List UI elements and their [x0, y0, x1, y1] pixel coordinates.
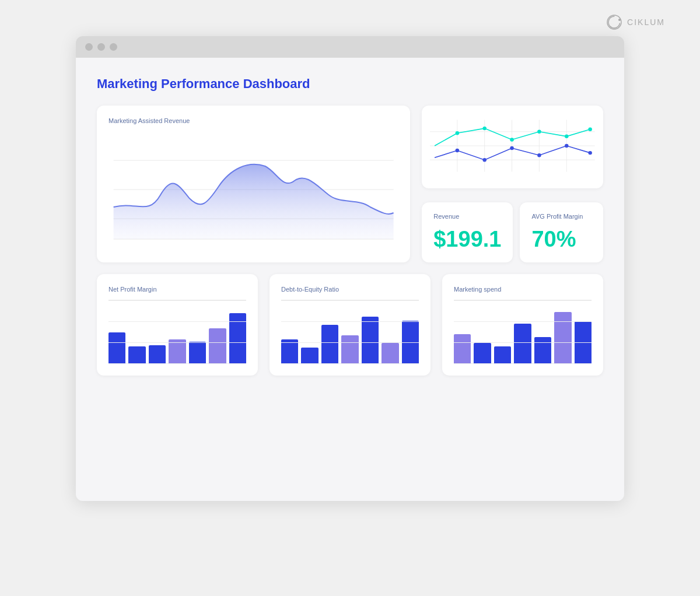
- marketing-revenue-title: Marketing Assisted Revenue: [108, 117, 398, 124]
- marketing-spend-bar-chart: [454, 300, 592, 364]
- marketing-revenue-card: Marketing Assisted Revenue: [97, 106, 410, 262]
- bar-5: [534, 337, 551, 364]
- browser-window: Marketing Performance Dashboard Marketin…: [76, 36, 624, 501]
- bar-2: [301, 348, 318, 364]
- bar-2: [474, 343, 491, 364]
- svg-point-16: [510, 138, 514, 141]
- svg-point-24: [565, 144, 568, 148]
- top-row: Marketing Assisted Revenue: [97, 106, 603, 262]
- avg-profit-card: AVG Profit Margin 70%: [520, 202, 603, 262]
- svg-point-17: [537, 130, 541, 134]
- marketing-spend-card: Marketing spend: [442, 274, 603, 376]
- browser-chrome: [76, 36, 624, 58]
- avg-profit-title: AVG Profit Margin: [531, 213, 592, 220]
- revenue-card: Revenue $199.1: [422, 202, 513, 262]
- window-dot-red: [85, 43, 93, 51]
- net-profit-title: Net Profit Margin: [108, 286, 246, 293]
- bar-1: [108, 332, 125, 364]
- window-dot-green: [110, 43, 117, 51]
- marketing-spend-title: Marketing spend: [454, 286, 592, 293]
- debt-equity-title: Debt-to-Equity Ratio: [281, 286, 419, 293]
- logo: CIKLUM: [606, 14, 665, 30]
- bar-5: [189, 342, 206, 364]
- area-chart-svg: [108, 131, 398, 242]
- bar-7: [575, 321, 592, 364]
- grid-line-1: [454, 300, 592, 301]
- svg-point-19: [589, 127, 592, 131]
- revenue-title: Revenue: [433, 213, 501, 220]
- net-profit-bar-chart: [108, 300, 246, 364]
- dashboard: Marketing Performance Dashboard Marketin…: [76, 58, 624, 501]
- svg-point-14: [456, 131, 459, 135]
- kpi-row: Revenue $199.1 AVG Profit Margin 70%: [422, 202, 603, 262]
- bottom-row: Net Profit Margin: [97, 274, 603, 376]
- bar-6: [554, 312, 571, 364]
- bar-3: [494, 346, 511, 364]
- svg-point-20: [456, 149, 459, 152]
- bar-6: [382, 343, 398, 364]
- grid-line-1: [108, 300, 246, 301]
- avg-profit-value: 70%: [531, 227, 592, 252]
- logo-text: CIKLUM: [627, 17, 665, 27]
- debt-equity-card: Debt-to-Equity Ratio: [270, 274, 430, 376]
- bar-2: [128, 346, 145, 364]
- bar-3: [149, 345, 166, 364]
- bar-7: [229, 313, 246, 364]
- svg-point-23: [537, 153, 541, 157]
- svg-point-21: [483, 158, 487, 162]
- window-dot-yellow: [97, 43, 105, 51]
- debt-equity-bar-chart: [281, 300, 419, 364]
- svg-point-25: [589, 151, 592, 155]
- grid-line-1: [281, 300, 419, 301]
- svg-point-15: [483, 127, 487, 130]
- grid-line-2: [108, 321, 246, 322]
- bar-4: [341, 335, 358, 364]
- bar-1: [281, 339, 298, 364]
- area-chart: [108, 131, 398, 242]
- svg-point-0: [607, 15, 621, 29]
- svg-point-1: [618, 19, 621, 21]
- bar-1: [454, 334, 471, 364]
- bar-4: [169, 339, 186, 364]
- svg-point-22: [510, 146, 514, 150]
- multi-line-chart-svg: [430, 114, 595, 178]
- dashboard-title: Marketing Performance Dashboard: [97, 76, 603, 92]
- right-column: Revenue $199.1 AVG Profit Margin 70%: [422, 106, 603, 262]
- bar-4: [514, 324, 531, 364]
- bar-3: [321, 325, 338, 364]
- grid-line-2: [281, 321, 419, 322]
- bar-6: [209, 328, 226, 364]
- line-chart-card: [422, 106, 603, 188]
- ciklum-logo-icon: [606, 14, 622, 30]
- top-bar: CIKLUM: [0, 0, 700, 36]
- bar-5: [362, 317, 379, 364]
- revenue-value: $199.1: [433, 227, 501, 252]
- bar-7: [402, 321, 419, 364]
- net-profit-card: Net Profit Margin: [97, 274, 258, 376]
- svg-point-18: [565, 135, 568, 138]
